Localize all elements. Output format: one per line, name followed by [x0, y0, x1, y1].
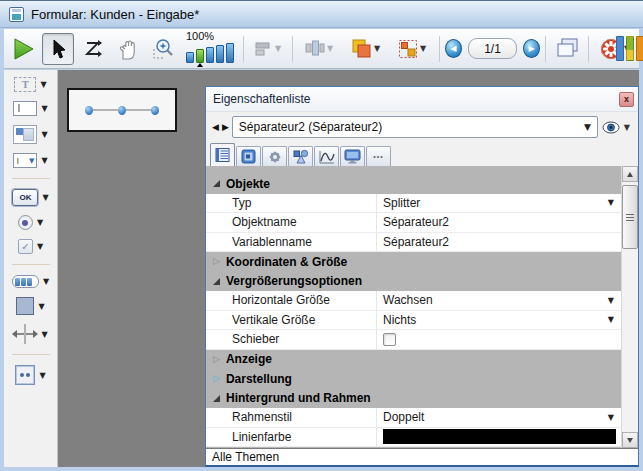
tab-data[interactable]	[236, 146, 261, 166]
tab-more[interactable]: •••	[366, 146, 391, 166]
sidebar-separator	[12, 178, 50, 179]
run-icon	[10, 36, 36, 62]
section-header[interactable]: ▷Koordinaten & Größe	[206, 252, 621, 272]
dropdown-arrow-icon[interactable]: ▼	[327, 44, 333, 53]
dropdown-arrow-icon[interactable]: ▼	[608, 296, 614, 305]
splitter-widget[interactable]	[67, 88, 177, 132]
scrollbar-thumb[interactable]	[622, 185, 638, 249]
zoom-bar-current[interactable]	[196, 49, 204, 63]
themes-books-icon[interactable]	[616, 36, 643, 61]
zoom-bar[interactable]	[206, 47, 214, 63]
checkbox[interactable]	[383, 333, 396, 346]
dropdown-arrow-icon[interactable]: ▼	[41, 156, 47, 165]
selection-frame-button[interactable]: ▼	[390, 33, 434, 65]
property-value[interactable]: Nichts▼	[377, 311, 621, 330]
dropdown-arrow-icon[interactable]: ▼	[37, 242, 43, 251]
radio-button-tool[interactable]: ▼	[18, 215, 43, 230]
label-tool[interactable]: T ▼	[14, 77, 46, 92]
data-book-icon	[241, 149, 256, 164]
zoom-button[interactable]	[147, 33, 179, 65]
dropdown-arrow-icon[interactable]: ▼	[41, 130, 47, 139]
property-value[interactable]: Splitter▼	[377, 194, 621, 213]
dropdown-arrow-icon[interactable]: ▼	[608, 198, 614, 207]
selection-handle[interactable]	[151, 106, 159, 115]
scroll-up-button[interactable]	[622, 166, 638, 182]
properties-panel-header[interactable]: Eigenschaftenliste x	[206, 87, 638, 112]
dropdown-arrow-icon[interactable]: ▼	[42, 193, 48, 202]
tab-display[interactable]	[340, 146, 365, 166]
property-value[interactable]: Séparateur2	[377, 213, 621, 232]
distribute-button[interactable]: ▼	[298, 33, 340, 65]
dropdown-arrow-icon[interactable]: ▼	[608, 413, 614, 422]
draw-order-button[interactable]	[77, 33, 109, 65]
socket-tool[interactable]: ▼	[15, 365, 45, 385]
progressbar-tool[interactable]: ▼	[12, 275, 49, 288]
dropdown-arrow-icon[interactable]: ▼	[420, 44, 426, 53]
tab-properties-list[interactable]	[210, 143, 235, 166]
scrollbar-track[interactable]	[622, 182, 638, 432]
selection-handle[interactable]	[85, 106, 93, 115]
arrow-down-icon	[627, 438, 633, 443]
pan-button[interactable]	[112, 33, 144, 65]
scroll-down-button[interactable]	[622, 432, 638, 448]
combobox-tool-icon: I▼	[13, 153, 37, 168]
dropdown-arrow-icon[interactable]: ▼	[41, 104, 47, 113]
properties-panel: Eigenschaftenliste x ◀ ▶ Séparateur2 (Sé…	[205, 86, 639, 467]
property-value[interactable]: Wachsen▼	[377, 291, 621, 310]
dropdown-arrow-icon[interactable]: ▼	[275, 44, 281, 53]
select-button[interactable]	[42, 33, 74, 65]
tab-settings[interactable]	[262, 146, 287, 166]
align-button[interactable]: ▼	[249, 33, 287, 65]
prev-object-icon[interactable]: ◀	[212, 122, 218, 132]
arrange-objects-icon	[350, 39, 372, 59]
zoom-marker-icon	[197, 63, 203, 67]
section-header[interactable]: Objekte	[206, 174, 621, 194]
zoom-bar[interactable]	[226, 43, 234, 63]
page-next-button[interactable]: ▶	[523, 39, 540, 58]
dropdown-arrow-icon[interactable]: ▼	[39, 371, 45, 380]
section-header[interactable]: Vergrößerungsoptionen	[206, 272, 621, 292]
property-row: Horizontale GrößeWachsen▼	[206, 291, 621, 311]
title-bar[interactable]: Formular: Kunden - Eingabe*	[0, 0, 643, 28]
zoom-level-control[interactable]: 100%	[182, 31, 238, 67]
section-header[interactable]: ▷Anzeige	[206, 350, 621, 370]
curve-chart-icon	[319, 150, 335, 164]
rectangle-tool[interactable]: ▼	[16, 297, 44, 315]
color-swatch[interactable]	[383, 429, 616, 444]
tab-curve[interactable]	[314, 146, 339, 166]
property-value[interactable]: Doppelt▼	[377, 408, 621, 427]
button-tool[interactable]: OK ▼	[12, 189, 48, 206]
close-button[interactable]: x	[619, 92, 634, 107]
visibility-control[interactable]: ▼	[602, 121, 632, 134]
dropdown-arrow-icon[interactable]: ▼	[374, 44, 380, 53]
dropdown-arrow-icon[interactable]: ▼	[40, 80, 46, 89]
dropdown-arrow-icon[interactable]: ▼	[43, 277, 49, 286]
object-selector-combobox[interactable]: Séparateur2 (Séparateur2) ▼	[232, 116, 598, 138]
dropdown-arrow-icon[interactable]: ▼	[41, 330, 47, 339]
arrange-button[interactable]: ▼	[343, 33, 387, 65]
text-field-tool[interactable]: I ▼	[13, 101, 47, 116]
dropdown-arrow-icon[interactable]: ▼	[624, 123, 630, 132]
toolbar-separator	[243, 36, 244, 62]
dropdown-arrow-icon[interactable]: ▼	[38, 302, 44, 311]
section-header[interactable]: Hintergrund und Rahmen	[206, 389, 621, 409]
dropdown-arrow-icon[interactable]: ▼	[37, 218, 43, 227]
next-object-icon[interactable]: ▶	[222, 122, 228, 132]
align-icon	[255, 41, 273, 57]
list-widget-tool[interactable]: ▼	[13, 125, 47, 144]
checkbox-tool[interactable]: ✓ ▼	[18, 239, 43, 254]
pages-button[interactable]	[551, 33, 583, 65]
selection-handle[interactable]	[118, 106, 126, 115]
tab-objects[interactable]	[288, 146, 313, 166]
section-header[interactable]: ▷Darstellung	[206, 369, 621, 389]
page-indicator[interactable]: 1/1	[468, 38, 517, 59]
zoom-bar[interactable]	[216, 45, 224, 63]
run-button[interactable]	[7, 33, 39, 65]
splitter-tool[interactable]: ▼	[13, 324, 47, 344]
property-value[interactable]: Séparateur2	[377, 233, 621, 252]
combobox-tool[interactable]: I▼ ▼	[13, 153, 47, 168]
dropdown-arrow-icon[interactable]: ▼	[608, 315, 614, 324]
page-prev-button[interactable]: ◀	[445, 39, 462, 58]
zoom-bar[interactable]	[186, 52, 194, 63]
vertical-scrollbar[interactable]	[621, 166, 638, 448]
